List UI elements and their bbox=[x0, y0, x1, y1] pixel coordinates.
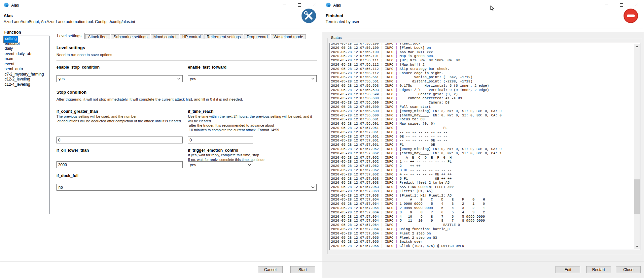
panel-divider bbox=[52, 28, 52, 261]
field-label-if-dock-full: if_dock_full bbox=[56, 173, 79, 178]
if-time-reach-input[interactable] bbox=[188, 137, 253, 143]
log-line: 2020-05-28 12:07:56.599 | INFO | Center … bbox=[331, 92, 634, 97]
log-line: 2020-05-28 12:07:57.061 | INFO | -- -- -… bbox=[331, 139, 634, 143]
function-list[interactable]: settingrewardemulatordailyevent_daily_ab… bbox=[3, 36, 50, 214]
log-scrollbar[interactable] bbox=[634, 44, 640, 249]
log-line: 2020-05-28 12:07:57.062 | INFO | [enemy_… bbox=[331, 151, 634, 156]
log-line: 2020-05-28 12:07:56.112 | INFO | Skip st… bbox=[331, 67, 634, 71]
chevron-down-icon bbox=[311, 78, 314, 80]
maximize-icon bbox=[620, 3, 623, 7]
enable-fast-forward-select[interactable]: yes bbox=[188, 75, 317, 82]
run-status-subtitle: Terminated by user bbox=[326, 19, 359, 24]
close-dialog-button[interactable]: Close bbox=[616, 266, 641, 273]
scroll-down-icon[interactable] bbox=[634, 244, 640, 249]
log-line: 2020-05-28 12:07:56.112 | INFO | Ensure … bbox=[331, 71, 634, 76]
maximize-icon bbox=[298, 3, 301, 7]
sidebar-item-c12-2_leveling[interactable]: c12-2_leveling bbox=[3, 77, 49, 82]
tab-mood-control[interactable]: Mood control bbox=[151, 34, 179, 39]
page-title: Alas bbox=[4, 13, 13, 18]
log-line: 2020-05-28 12:07:57.062 | INFO | 3 0E --… bbox=[331, 168, 634, 172]
close-icon bbox=[313, 3, 316, 7]
log-line: 2020-05-28 12:07:56.112 | INFO | [Map_bu… bbox=[331, 63, 634, 67]
stop-badge-icon bbox=[623, 8, 638, 23]
field-label-if-trigger-emotion-control: if_trigger_emotion_control bbox=[188, 148, 238, 153]
log-line: 2020-05-28 12:07:57.064 | INFO | Fleet 2… bbox=[331, 232, 634, 236]
sidebar-item-semi_auto[interactable]: semi_auto bbox=[3, 67, 49, 72]
log-line: 2020-05-28 12:07:57.063 | INFO | Predict… bbox=[331, 181, 634, 185]
alas-app-icon bbox=[326, 2, 331, 8]
sidebar-item-setting[interactable]: setting bbox=[3, 36, 18, 43]
tab-submarine-settings[interactable]: Submarine settings bbox=[111, 34, 150, 39]
tabstrip: Level settingsAttack fleetSubmarine sett… bbox=[54, 33, 306, 39]
log-line: 2020-05-28 12:07:57.062 | INFO | A B C D… bbox=[331, 156, 634, 160]
chevron-down-icon bbox=[311, 186, 314, 188]
titlebar[interactable]: Alas bbox=[322, 0, 644, 10]
if-oil-lower-than-input[interactable] bbox=[56, 161, 183, 168]
titlebar[interactable]: Alas bbox=[0, 0, 322, 10]
log-line: 2020-05-28 12:07:56.100 | INFO | fleet_l… bbox=[331, 43, 634, 46]
tab-level-settings[interactable]: Level settings bbox=[54, 33, 85, 39]
header-divider bbox=[322, 28, 644, 28]
log-line: 2020-05-28 12:07:56.601 | INFO | Focus t… bbox=[331, 117, 634, 122]
window-title: Alas bbox=[333, 3, 341, 8]
log-line: 2020-05-28 12:07:57.061 | INFO | 0E -- -… bbox=[331, 135, 634, 139]
scrollbar-thumb[interactable] bbox=[634, 179, 640, 214]
sidebar-item-event[interactable]: event bbox=[3, 62, 49, 67]
field-label-enable-fast-forward: enable_fast_forward bbox=[188, 65, 227, 70]
log-line: 2020-05-28 12:07:57.062 | INFO | 1 -- ++… bbox=[331, 160, 634, 164]
log-line: 2020-05-28 12:07:57.062 | INFO | [enemy_… bbox=[331, 147, 634, 151]
if-count-greater-than-input[interactable] bbox=[56, 137, 183, 143]
window-title: Alas bbox=[11, 3, 19, 8]
section-title-stop-condition: Stop condition bbox=[56, 90, 87, 95]
log-line: 2020-05-28 12:07:57.061 | INFO | -- -- -… bbox=[331, 126, 634, 130]
minimize-button[interactable] bbox=[277, 0, 292, 10]
log-line: 2020-05-28 12:07:57.064 | INFO | 1 9999 … bbox=[331, 202, 634, 206]
scroll-up-icon[interactable] bbox=[634, 44, 640, 49]
log-line: 2020-05-28 12:07:57.064 | INFO | 5 11 10… bbox=[331, 219, 634, 223]
log-line: 2020-05-28 12:07:56.593 | INFO | Edges: … bbox=[331, 88, 634, 92]
field-desc-if-count-greater-than: The previous setting will be used, and t… bbox=[56, 114, 189, 123]
tab-hp-control[interactable]: HP control bbox=[180, 34, 203, 39]
log-line: 2020-05-28 12:07:56.600 | INFO | [enemy_… bbox=[331, 109, 634, 113]
sidebar-item-event_daily_ab[interactable]: event_daily_ab bbox=[3, 51, 49, 57]
minimize-icon bbox=[605, 3, 608, 7]
log-line: 2020-05-28 12:07:57.064 | INFO | 2 9999 … bbox=[331, 206, 634, 210]
log-line: 2020-05-28 12:07:56.561 | INFO | vanish_… bbox=[331, 75, 634, 79]
log-line: 2020-05-28 12:07:57.066 | INFO | Fleet_2… bbox=[331, 236, 634, 240]
log-line: 2020-05-28 12:07:56.101 | INFO | Map is … bbox=[331, 54, 634, 58]
section-title-level-settings: Level settings bbox=[56, 45, 85, 50]
tab-attack-fleet[interactable]: Attack fleet bbox=[85, 34, 110, 39]
log-line: 2020-05-28 12:07:56.111 | INFO | [HP] 97… bbox=[331, 58, 634, 63]
enable-stop-condition-select[interactable]: yes bbox=[56, 75, 183, 82]
sidebar-item-c7-2_mystery_farming[interactable]: c7-2_mystery_farming bbox=[3, 72, 49, 77]
field-label-if-time-reach: if_time_reach bbox=[188, 109, 213, 114]
sidebar-item-c12-4_leveling[interactable]: c12-4_leveling bbox=[3, 82, 49, 87]
cancel-button[interactable]: Cancel bbox=[258, 266, 283, 273]
log-line: 2020-05-28 12:07:57.064 | INFO | 3 9 8 7… bbox=[331, 210, 634, 215]
log-line: 2020-05-28 12:07:57.061 | INFO | -- -- -… bbox=[331, 130, 634, 135]
minimize-icon bbox=[283, 3, 286, 7]
tab-drop-record[interactable]: Drop record bbox=[244, 34, 270, 39]
start-button[interactable]: Start bbox=[290, 266, 315, 273]
chevron-down-icon bbox=[248, 164, 251, 166]
button-bar-divider bbox=[0, 261, 322, 262]
sidebar-item-daily[interactable]: daily bbox=[3, 46, 49, 51]
log-line: 2020-05-28 12:07:57.062 | INFO | 2 -- ++… bbox=[331, 164, 634, 168]
restart-button[interactable]: Restart bbox=[586, 266, 611, 273]
log-textbox[interactable]: 2020-05-28 12:07:56.100 | INFO | fleet_l… bbox=[329, 43, 640, 250]
chevron-down-icon bbox=[177, 78, 180, 80]
if-trigger-emotion-control-select[interactable]: yes bbox=[188, 161, 253, 168]
minimize-button[interactable] bbox=[599, 0, 614, 10]
sidebar-item-main[interactable]: main bbox=[3, 56, 49, 62]
tab-retirement-settings[interactable]: Retirement settings bbox=[204, 34, 243, 39]
log-line: 2020-05-28 12:07:56.601 | INFO | Map swi… bbox=[331, 122, 634, 126]
header-divider bbox=[0, 28, 322, 28]
if-dock-full-select[interactable]: no bbox=[56, 184, 317, 191]
log-line: 2020-05-28 12:07:57.064 | INFO | A B C D… bbox=[331, 198, 634, 202]
edit-button[interactable]: Edit bbox=[555, 266, 580, 273]
tab-wasteland-mode[interactable]: Wasteland mode bbox=[271, 34, 306, 39]
run-status-title: Finished bbox=[326, 13, 343, 18]
field-label-if-count-greater-than: if_count_greater_than bbox=[56, 109, 98, 114]
log-line: 2020-05-28 12:07:57.063 | INFO | [Fleet_… bbox=[331, 194, 634, 198]
section-subtitle-level-settings: Need to run once to save options bbox=[56, 53, 112, 57]
